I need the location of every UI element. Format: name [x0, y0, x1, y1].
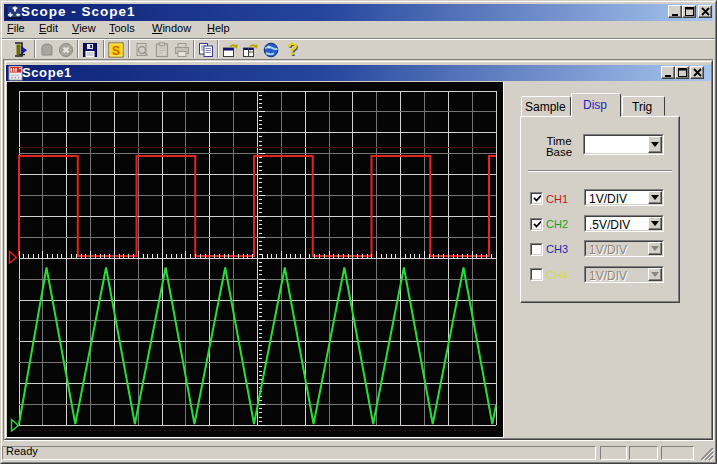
svg-text:?: ?: [287, 42, 297, 58]
svg-text:S: S: [112, 43, 120, 57]
